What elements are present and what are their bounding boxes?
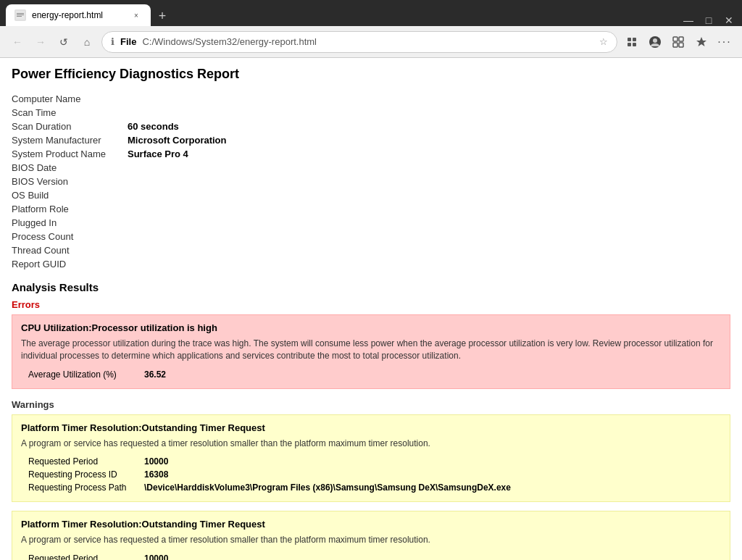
info-icon: ℹ <box>111 36 114 47</box>
info-label: Process Count <box>12 231 128 242</box>
info-row: BIOS Date <box>12 161 730 175</box>
refresh-button[interactable]: ↺ <box>55 33 72 51</box>
tab-favicon <box>14 9 26 21</box>
warning-detail-label: Requested Period <box>28 456 144 467</box>
back-button[interactable]: ← <box>9 33 26 51</box>
extensions-icon[interactable] <box>623 33 641 51</box>
info-row: Platform Role <box>12 202 730 216</box>
address-bar: ← → ↺ ⌂ ℹ File C:/Windows/System32/energ… <box>0 26 742 58</box>
warning-detail-row: Requesting Process Path\Device\HarddiskV… <box>21 481 721 494</box>
info-row: Scan Time <box>12 106 730 120</box>
svg-rect-10 <box>673 37 678 41</box>
info-row: Scan Duration60 seconds <box>12 120 730 133</box>
page-content: Power Efficiency Diagnostics Report Comp… <box>0 58 742 560</box>
svg-rect-12 <box>673 43 678 47</box>
info-row: Thread Count <box>12 243 730 257</box>
svg-rect-1 <box>17 13 24 14</box>
info-row: Report GUID <box>12 257 730 271</box>
warning-title: Platform Timer Resolution:Outstanding Ti… <box>21 519 721 530</box>
error-box: CPU Utilization:Processor utilization is… <box>12 314 730 389</box>
warnings-container: Platform Timer Resolution:Outstanding Ti… <box>12 414 730 560</box>
window-controls: — □ ✕ <box>681 14 736 26</box>
warning-box: Platform Timer Resolution:Outstanding Ti… <box>12 414 730 503</box>
svg-rect-11 <box>679 37 683 41</box>
warning-detail-row: Requesting Process ID16308 <box>21 468 721 481</box>
info-row: Plugged In <box>12 216 730 230</box>
collections-icon[interactable] <box>670 33 687 51</box>
error-detail-label: Average Utilization (%) <box>28 369 144 380</box>
error-title: CPU Utilization:Processor utilization is… <box>21 322 721 333</box>
tab-title: energy-report.html <box>32 10 103 20</box>
info-value: 60 seconds <box>128 121 179 132</box>
warning-box: Platform Timer Resolution:Outstanding Ti… <box>12 511 730 560</box>
info-label: OS Build <box>12 190 128 201</box>
warning-detail-label: Requesting Process ID <box>28 469 144 480</box>
info-label: Scan Duration <box>12 121 128 132</box>
warning-detail-row: Requested Period10000 <box>21 552 721 560</box>
warning-title: Platform Timer Resolution:Outstanding Ti… <box>21 422 721 433</box>
info-label: System Manufacturer <box>12 135 128 146</box>
home-button[interactable]: ⌂ <box>78 33 96 51</box>
info-row: OS Build <box>12 188 730 202</box>
file-protocol-label: File <box>120 36 136 47</box>
warning-detail-value: \Device\HarddiskVolume3\Program Files (x… <box>144 482 511 493</box>
close-button[interactable]: ✕ <box>722 14 736 26</box>
info-label: Computer Name <box>12 93 128 104</box>
tab-close-button[interactable]: × <box>130 9 142 21</box>
profile-icon[interactable] <box>646 33 664 51</box>
info-label: System Product Name <box>12 149 128 159</box>
system-info-table: Computer NameScan TimeScan Duration60 se… <box>12 92 730 271</box>
maximize-button[interactable]: □ <box>701 14 716 26</box>
error-detail-value: 36.52 <box>144 369 166 380</box>
svg-rect-3 <box>17 16 22 17</box>
toolbar-icons: ··· <box>623 33 733 51</box>
info-row: Computer Name <box>12 92 730 106</box>
warning-description: A program or service has requested a tim… <box>21 534 721 546</box>
warning-detail-label: Requested Period <box>28 553 144 560</box>
favorites-icon[interactable] <box>693 33 710 51</box>
svg-rect-7 <box>633 43 636 46</box>
warning-detail-value: 10000 <box>144 553 168 560</box>
info-row: BIOS Version <box>12 175 730 188</box>
svg-rect-4 <box>628 38 631 41</box>
warning-detail-value: 10000 <box>144 456 168 467</box>
info-label: Scan Time <box>12 107 128 118</box>
error-detail-row: Average Utilization (%)36.52 <box>21 368 721 381</box>
info-label: Plugged In <box>12 217 128 228</box>
errors-section-title: Errors <box>12 299 730 310</box>
warning-detail-label: Requesting Process Path <box>28 482 144 493</box>
info-label: BIOS Version <box>12 176 128 187</box>
svg-rect-2 <box>17 14 24 15</box>
browser-window: energy-report.html × + — □ ✕ ← → ↺ ⌂ ℹ F… <box>0 0 742 560</box>
warnings-section-title: Warnings <box>12 399 730 410</box>
forward-button[interactable]: → <box>32 33 49 51</box>
info-label: BIOS Date <box>12 162 128 173</box>
info-value: Microsoft Corporation <box>128 135 227 146</box>
more-options-button[interactable]: ··· <box>716 33 733 51</box>
warning-description: A program or service has requested a tim… <box>21 438 721 450</box>
new-tab-button[interactable]: + <box>152 6 172 26</box>
warning-detail-value: 16308 <box>144 469 168 480</box>
info-label: Thread Count <box>12 245 128 256</box>
minimize-button[interactable]: — <box>681 14 696 26</box>
tab-bar: energy-report.html × + — □ ✕ <box>0 0 742 26</box>
svg-rect-13 <box>679 43 683 47</box>
errors-container: CPU Utilization:Processor utilization is… <box>12 314 730 389</box>
info-row: System ManufacturerMicrosoft Corporation <box>12 133 730 147</box>
info-label: Report GUID <box>12 259 128 269</box>
info-row: System Product NameSurface Pro 4 <box>12 147 730 161</box>
error-description: The average processor utilization during… <box>21 338 721 362</box>
info-label: Platform Role <box>12 204 128 214</box>
svg-rect-5 <box>633 38 636 41</box>
star-icon[interactable]: ☆ <box>599 36 608 47</box>
warning-detail-row: Requested Period10000 <box>21 455 721 468</box>
svg-rect-6 <box>628 43 631 46</box>
active-tab[interactable]: energy-report.html × <box>6 4 151 26</box>
analysis-section-title: Analysis Results <box>12 281 730 293</box>
address-text: C:/Windows/System32/energy-report.html <box>142 36 317 47</box>
info-value: Surface Pro 4 <box>128 149 188 159</box>
svg-point-9 <box>653 38 657 43</box>
info-row: Process Count <box>12 230 730 243</box>
page-title: Power Efficiency Diagnostics Report <box>12 67 730 82</box>
address-input[interactable]: ℹ File C:/Windows/System32/energy-report… <box>101 31 617 53</box>
